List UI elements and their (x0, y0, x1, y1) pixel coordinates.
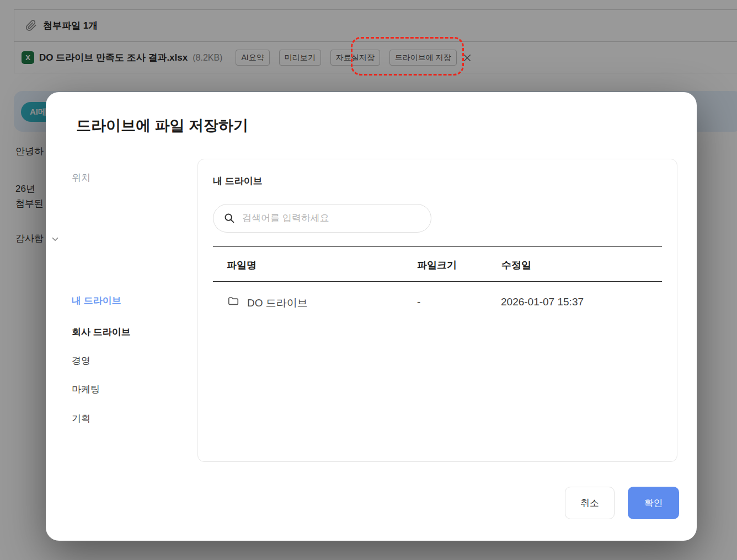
chevron-down-icon[interactable] (50, 234, 60, 244)
folder-icon (227, 295, 239, 307)
search-input[interactable] (213, 204, 431, 233)
confirm-button[interactable]: 확인 (628, 487, 679, 519)
drive-browser-panel: 내 드라이브 파일명 파일크기 수정일 DO 드라이브 - 2026-01-07… (197, 159, 677, 462)
row-modified-date: 2026-01-07 15:37 (501, 296, 584, 308)
sidebar-item-company-drive[interactable]: 회사 드라이브 (72, 326, 131, 338)
column-header-filesize: 파일크기 (417, 259, 457, 272)
column-header-filename: 파일명 (227, 259, 257, 272)
location-section-label: 위치 (72, 171, 90, 184)
sidebar-item-planning[interactable]: 기획 (72, 412, 90, 425)
cancel-button[interactable]: 취소 (565, 487, 615, 519)
dialog-title: 드라이브에 파일 저장하기 (76, 116, 248, 136)
row-file-name: DO 드라이브 (247, 296, 308, 310)
table-row[interactable]: DO 드라이브 - 2026-01-07 15:37 (213, 282, 662, 322)
row-file-size: - (417, 296, 420, 308)
current-location-label: 내 드라이브 (213, 175, 263, 187)
search-box (213, 204, 431, 233)
sidebar-item-my-drive[interactable]: 내 드라이브 (72, 294, 121, 307)
sidebar-item-management[interactable]: 경영 (72, 354, 90, 367)
sidebar-item-marketing[interactable]: 마케팅 (72, 383, 100, 396)
red-dashed-highlight (351, 37, 464, 76)
table-top-border (213, 246, 662, 247)
column-header-modified: 수정일 (501, 259, 531, 272)
save-to-drive-dialog: 드라이브에 파일 저장하기 위치 내 드라이브 회사 드라이브 경영 마케팅 기… (46, 92, 697, 541)
